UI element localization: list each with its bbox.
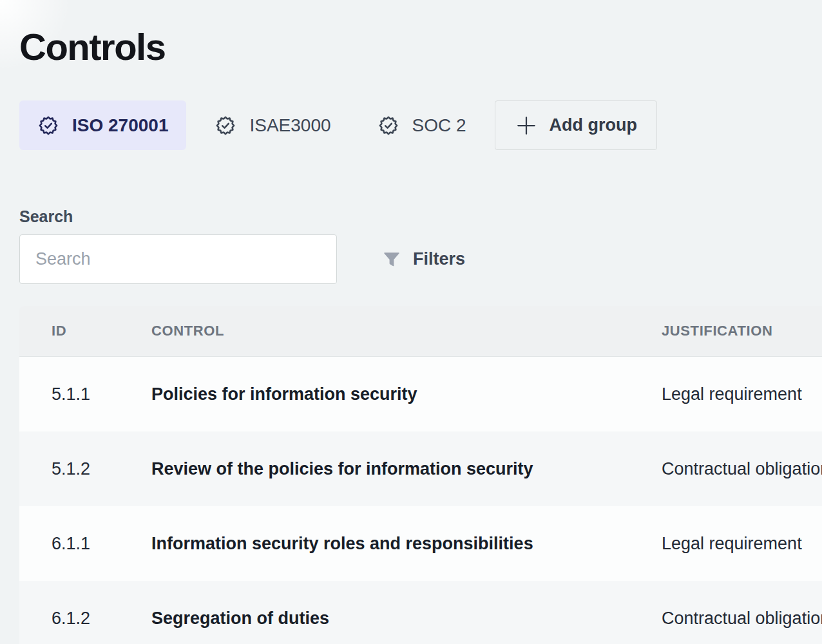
controls-table: ID CONTROL JUSTIFICATION 5.1.1 Policies … [19, 306, 822, 644]
control-cell: Segregation of duties [151, 609, 662, 629]
group-tab-label: ISAE3000 [249, 115, 330, 136]
search-input[interactable] [19, 234, 337, 284]
group-tab-label: ISO 270001 [72, 115, 168, 136]
filters-label: Filters [413, 249, 465, 269]
control-cell: Information security roles and responsib… [151, 534, 662, 554]
id-cell: 6.1.1 [19, 534, 151, 554]
plus-icon [515, 114, 538, 137]
badge-check-icon [215, 115, 236, 137]
search-label: Search [19, 207, 822, 225]
column-header-control: CONTROL [151, 323, 662, 339]
badge-check-icon [378, 115, 399, 137]
id-cell: 6.1.2 [19, 609, 151, 629]
control-cell: Policies for information security [151, 384, 662, 404]
group-tab-isae3000[interactable]: ISAE3000 [196, 100, 349, 150]
table-row[interactable]: 6.1.1 Information security roles and res… [19, 506, 822, 581]
filters-button[interactable]: Filters [378, 234, 469, 284]
controls-page: Controls ISO 270001 ISAE3000 [0, 28, 822, 644]
id-cell: 5.1.1 [19, 384, 151, 404]
group-tabs: ISO 270001 ISAE3000 SOC 2 [19, 100, 822, 150]
page-title: Controls [19, 28, 822, 66]
column-header-id: ID [19, 323, 151, 339]
table-header-row: ID CONTROL JUSTIFICATION [19, 306, 822, 357]
table-row[interactable]: 5.1.2 Review of the policies for informa… [19, 431, 822, 506]
justification-cell: Contractual obligation [662, 609, 822, 629]
search-row: Filters [19, 234, 822, 284]
control-cell: Review of the policies for information s… [151, 459, 662, 479]
table-body: 5.1.1 Policies for information security … [19, 357, 822, 644]
table-row[interactable]: 5.1.1 Policies for information security … [19, 357, 822, 431]
badge-check-icon [37, 115, 59, 137]
group-tab-soc2[interactable]: SOC 2 [359, 100, 484, 150]
filter-funnel-icon [382, 250, 401, 269]
justification-cell: Legal requirement [662, 534, 822, 554]
column-header-justification: JUSTIFICATION [662, 323, 822, 339]
table-row[interactable]: 6.1.2 Segregation of duties Contractual … [19, 581, 822, 644]
group-tab-iso270001[interactable]: ISO 270001 [19, 100, 186, 150]
justification-cell: Legal requirement [662, 384, 822, 404]
add-group-label: Add group [550, 115, 637, 135]
group-tab-label: SOC 2 [412, 115, 466, 136]
id-cell: 5.1.2 [19, 459, 151, 479]
add-group-button[interactable]: Add group [495, 100, 657, 150]
justification-cell: Contractual obligation [662, 459, 822, 479]
